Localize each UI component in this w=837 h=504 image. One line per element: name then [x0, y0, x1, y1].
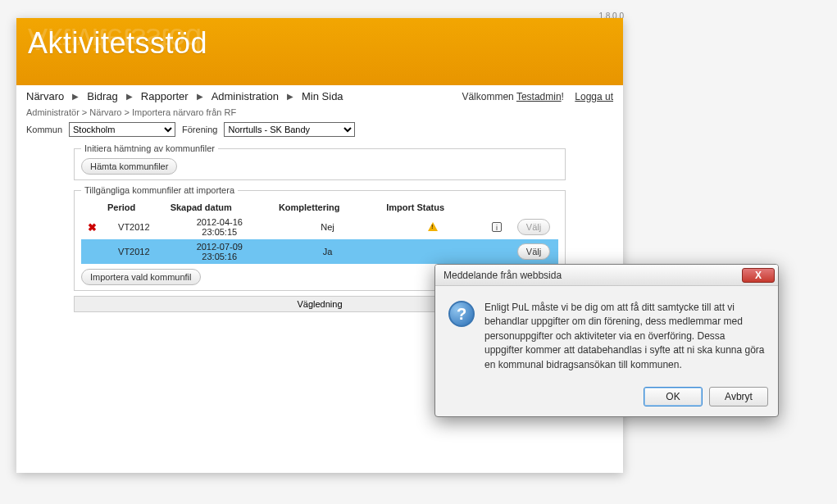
cell-period: VT2012	[102, 215, 166, 239]
app-logo: Aktivitetsstöd	[28, 26, 207, 61]
nav-rapporter[interactable]: Rapporter	[141, 90, 189, 102]
forening-label: Förening	[182, 125, 217, 134]
fetch-kommunfiler-button[interactable]: Hämta kommunfiler	[81, 158, 177, 175]
nav-administration[interactable]: Administration	[212, 90, 279, 102]
nav-separator: ▶	[287, 92, 293, 101]
cell-komplettering: Nej	[274, 215, 381, 239]
help-icon[interactable]: i	[492, 222, 502, 232]
cell-period: VT2012	[102, 239, 166, 264]
nav-narvaro[interactable]: Närvaro	[26, 90, 64, 102]
cell-komplettering: Ja	[274, 239, 381, 264]
welcome-prefix: Välkommen	[462, 91, 516, 102]
nav-separator: ▶	[72, 92, 79, 101]
warning-icon	[428, 222, 438, 231]
cell-created: 2012-04-16 23:05:15	[166, 215, 274, 239]
col-komplettering: Komplettering	[274, 200, 381, 215]
select-row-button[interactable]: Välj	[517, 243, 550, 260]
col-created: Skapad datum	[166, 200, 274, 215]
forening-select[interactable]: Norrtulls - SK Bandy	[224, 122, 355, 137]
cell-created: 2012-07-09 23:05:16	[166, 239, 274, 264]
kommun-select[interactable]: Stockholm	[69, 122, 175, 137]
welcome-suffix: !	[562, 91, 564, 102]
select-row-button[interactable]: Välj	[517, 219, 550, 235]
username-link[interactable]: Testadmin	[516, 91, 562, 102]
col-status: Import Status	[381, 200, 484, 215]
import-selected-button[interactable]: Importera vald kommunfil	[81, 269, 201, 285]
files-legend: Tillgängliga kommunfiler att importera	[81, 185, 238, 195]
table-row: ✖ VT2012 2012-04-16 23:05:15 Nej i Välj	[81, 215, 558, 239]
dialog-title-text: Meddelande från webbsida	[444, 270, 562, 281]
initiate-legend: Initiera hämtning av kommunfiler	[81, 143, 218, 153]
nav-separator: ▶	[197, 92, 203, 101]
logout-link[interactable]: Logga ut	[575, 91, 613, 102]
nav-bidrag[interactable]: Bidrag	[87, 90, 118, 102]
header: Aktivitetsstöd Aktivitetsstöd	[16, 18, 623, 85]
dialog-message: Enligt PuL måste vi be dig om att få dit…	[484, 301, 765, 372]
nav-minsida[interactable]: Min Sida	[302, 90, 343, 102]
delete-row-icon[interactable]: ✖	[88, 221, 97, 234]
dialog-titlebar: Meddelande från webbsida X	[435, 265, 778, 286]
initiate-fieldset: Initiera hämtning av kommunfiler Hämta k…	[74, 143, 566, 180]
cell-status	[381, 215, 484, 239]
question-icon: ?	[448, 301, 475, 327]
table-row: VT2012 2012-07-09 23:05:16 Ja Välj	[81, 239, 558, 264]
cancel-button[interactable]: Avbryt	[709, 387, 768, 406]
confirm-dialog: Meddelande från webbsida X ? Enligt PuL …	[434, 264, 779, 417]
close-icon[interactable]: X	[742, 268, 775, 283]
breadcrumb: Administratör > Närvaro > Importera närv…	[16, 106, 623, 122]
kommun-label: Kommun	[26, 125, 62, 134]
col-period: Period	[102, 200, 166, 215]
main-nav: Närvaro ▶ Bidrag ▶ Rapporter ▶ Administr…	[16, 85, 623, 106]
user-area: Välkommen Testadmin! Logga ut	[462, 91, 613, 102]
ok-button[interactable]: OK	[644, 387, 703, 406]
filter-row: Kommun Stockholm Förening Norrtulls - SK…	[16, 122, 623, 143]
nav-separator: ▶	[126, 92, 133, 101]
files-table: Period Skapad datum Komplettering Import…	[81, 200, 558, 264]
